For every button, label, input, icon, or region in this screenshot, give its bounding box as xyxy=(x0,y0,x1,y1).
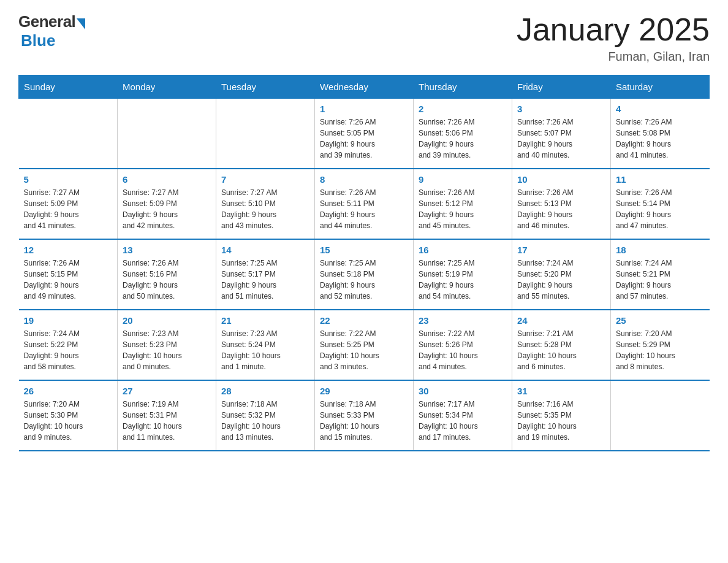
day-number: 28 xyxy=(221,386,309,396)
day-number: 16 xyxy=(419,245,507,255)
day-number: 4 xyxy=(616,104,705,114)
day-info: Sunrise: 7:25 AM Sunset: 5:17 PM Dayligh… xyxy=(221,258,309,302)
day-info: Sunrise: 7:26 AM Sunset: 5:06 PM Dayligh… xyxy=(419,117,507,161)
calendar-cell: 31Sunrise: 7:16 AM Sunset: 5:35 PM Dayli… xyxy=(512,380,611,451)
day-info: Sunrise: 7:26 AM Sunset: 5:13 PM Dayligh… xyxy=(517,187,605,231)
day-info: Sunrise: 7:23 AM Sunset: 5:24 PM Dayligh… xyxy=(221,328,309,372)
calendar-cell: 13Sunrise: 7:26 AM Sunset: 5:16 PM Dayli… xyxy=(118,239,216,310)
header-day-tuesday: Tuesday xyxy=(216,75,315,99)
calendar-cell xyxy=(611,380,710,451)
calendar-cell: 29Sunrise: 7:18 AM Sunset: 5:33 PM Dayli… xyxy=(315,380,414,451)
title-block: January 2025 Fuman, Gilan, Iran xyxy=(517,12,710,64)
day-number: 22 xyxy=(320,315,408,326)
day-number: 9 xyxy=(419,174,507,185)
day-number: 27 xyxy=(123,386,211,396)
day-number: 8 xyxy=(320,174,408,185)
day-number: 30 xyxy=(419,386,507,396)
calendar-cell xyxy=(216,99,315,169)
day-info: Sunrise: 7:25 AM Sunset: 5:18 PM Dayligh… xyxy=(320,258,408,302)
calendar-cell: 3Sunrise: 7:26 AM Sunset: 5:07 PM Daylig… xyxy=(512,99,611,169)
calendar-cell: 24Sunrise: 7:21 AM Sunset: 5:28 PM Dayli… xyxy=(512,310,611,380)
day-info: Sunrise: 7:18 AM Sunset: 5:32 PM Dayligh… xyxy=(221,399,309,443)
logo-blue-text: Blue xyxy=(18,31,55,50)
calendar-cell: 25Sunrise: 7:20 AM Sunset: 5:29 PM Dayli… xyxy=(611,310,710,380)
day-number: 21 xyxy=(221,315,309,326)
day-number: 2 xyxy=(419,104,507,114)
day-number: 26 xyxy=(24,386,113,396)
page-header: General Blue January 2025 Fuman, Gilan, … xyxy=(18,12,710,64)
day-number: 13 xyxy=(123,245,211,255)
day-number: 20 xyxy=(123,315,211,326)
week-row-3: 19Sunrise: 7:24 AM Sunset: 5:22 PM Dayli… xyxy=(19,310,710,380)
day-info: Sunrise: 7:17 AM Sunset: 5:34 PM Dayligh… xyxy=(419,399,507,443)
day-info: Sunrise: 7:23 AM Sunset: 5:23 PM Dayligh… xyxy=(123,328,211,372)
calendar-cell: 1Sunrise: 7:26 AM Sunset: 5:05 PM Daylig… xyxy=(315,99,414,169)
calendar-cell: 10Sunrise: 7:26 AM Sunset: 5:13 PM Dayli… xyxy=(512,169,611,239)
calendar-cell: 11Sunrise: 7:26 AM Sunset: 5:14 PM Dayli… xyxy=(611,169,710,239)
calendar-cell: 6Sunrise: 7:27 AM Sunset: 5:09 PM Daylig… xyxy=(118,169,216,239)
calendar-cell: 27Sunrise: 7:19 AM Sunset: 5:31 PM Dayli… xyxy=(118,380,216,451)
header-day-wednesday: Wednesday xyxy=(315,75,414,99)
calendar-cell: 20Sunrise: 7:23 AM Sunset: 5:23 PM Dayli… xyxy=(118,310,216,380)
week-row-2: 12Sunrise: 7:26 AM Sunset: 5:15 PM Dayli… xyxy=(19,239,710,310)
day-number: 6 xyxy=(123,174,211,185)
day-info: Sunrise: 7:19 AM Sunset: 5:31 PM Dayligh… xyxy=(123,399,211,443)
day-number: 7 xyxy=(221,174,309,185)
logo-general-text: General xyxy=(18,12,75,31)
day-info: Sunrise: 7:26 AM Sunset: 5:14 PM Dayligh… xyxy=(616,187,705,231)
header-day-sunday: Sunday xyxy=(19,75,118,99)
day-number: 11 xyxy=(616,174,705,185)
calendar-cell: 9Sunrise: 7:26 AM Sunset: 5:12 PM Daylig… xyxy=(414,169,512,239)
calendar-cell: 16Sunrise: 7:25 AM Sunset: 5:19 PM Dayli… xyxy=(414,239,512,310)
day-number: 24 xyxy=(517,315,605,326)
day-info: Sunrise: 7:24 AM Sunset: 5:22 PM Dayligh… xyxy=(24,328,113,372)
day-info: Sunrise: 7:26 AM Sunset: 5:05 PM Dayligh… xyxy=(320,117,408,161)
calendar-cell: 8Sunrise: 7:26 AM Sunset: 5:11 PM Daylig… xyxy=(315,169,414,239)
day-info: Sunrise: 7:27 AM Sunset: 5:10 PM Dayligh… xyxy=(221,187,309,231)
calendar-cell: 23Sunrise: 7:22 AM Sunset: 5:26 PM Dayli… xyxy=(414,310,512,380)
calendar-cell: 4Sunrise: 7:26 AM Sunset: 5:08 PM Daylig… xyxy=(611,99,710,169)
day-info: Sunrise: 7:25 AM Sunset: 5:19 PM Dayligh… xyxy=(419,258,507,302)
day-info: Sunrise: 7:26 AM Sunset: 5:08 PM Dayligh… xyxy=(616,117,705,161)
calendar-table: SundayMondayTuesdayWednesdayThursdayFrid… xyxy=(18,75,710,451)
day-number: 12 xyxy=(24,245,113,255)
day-info: Sunrise: 7:24 AM Sunset: 5:20 PM Dayligh… xyxy=(517,258,605,302)
day-info: Sunrise: 7:26 AM Sunset: 5:16 PM Dayligh… xyxy=(123,258,211,302)
day-number: 15 xyxy=(320,245,408,255)
calendar-cell: 26Sunrise: 7:20 AM Sunset: 5:30 PM Dayli… xyxy=(19,380,118,451)
day-number: 23 xyxy=(419,315,507,326)
header-day-friday: Friday xyxy=(512,75,611,99)
calendar-title: January 2025 xyxy=(517,12,710,47)
header-day-saturday: Saturday xyxy=(611,75,710,99)
day-number: 10 xyxy=(517,174,605,185)
day-number: 31 xyxy=(517,386,605,396)
calendar-cell: 30Sunrise: 7:17 AM Sunset: 5:34 PM Dayli… xyxy=(414,380,512,451)
day-number: 5 xyxy=(24,174,113,185)
day-info: Sunrise: 7:20 AM Sunset: 5:30 PM Dayligh… xyxy=(24,399,113,443)
day-number: 19 xyxy=(24,315,113,326)
day-number: 3 xyxy=(517,104,605,114)
calendar-subtitle: Fuman, Gilan, Iran xyxy=(517,50,710,64)
day-info: Sunrise: 7:26 AM Sunset: 5:11 PM Dayligh… xyxy=(320,187,408,231)
day-info: Sunrise: 7:20 AM Sunset: 5:29 PM Dayligh… xyxy=(616,328,705,372)
day-number: 18 xyxy=(616,245,705,255)
header-row: SundayMondayTuesdayWednesdayThursdayFrid… xyxy=(19,75,710,99)
header-day-thursday: Thursday xyxy=(414,75,512,99)
day-number: 29 xyxy=(320,386,408,396)
calendar-cell: 2Sunrise: 7:26 AM Sunset: 5:06 PM Daylig… xyxy=(414,99,512,169)
day-info: Sunrise: 7:27 AM Sunset: 5:09 PM Dayligh… xyxy=(24,187,113,231)
calendar-cell: 18Sunrise: 7:24 AM Sunset: 5:21 PM Dayli… xyxy=(611,239,710,310)
day-number: 1 xyxy=(320,104,408,114)
day-info: Sunrise: 7:26 AM Sunset: 5:07 PM Dayligh… xyxy=(517,117,605,161)
calendar-cell: 28Sunrise: 7:18 AM Sunset: 5:32 PM Dayli… xyxy=(216,380,315,451)
calendar-cell: 22Sunrise: 7:22 AM Sunset: 5:25 PM Dayli… xyxy=(315,310,414,380)
calendar-cell: 19Sunrise: 7:24 AM Sunset: 5:22 PM Dayli… xyxy=(19,310,118,380)
day-number: 25 xyxy=(616,315,705,326)
calendar-cell: 15Sunrise: 7:25 AM Sunset: 5:18 PM Dayli… xyxy=(315,239,414,310)
day-info: Sunrise: 7:24 AM Sunset: 5:21 PM Dayligh… xyxy=(616,258,705,302)
logo: General Blue xyxy=(18,12,85,50)
week-row-1: 5Sunrise: 7:27 AM Sunset: 5:09 PM Daylig… xyxy=(19,169,710,239)
calendar-cell: 12Sunrise: 7:26 AM Sunset: 5:15 PM Dayli… xyxy=(19,239,118,310)
calendar-cell: 17Sunrise: 7:24 AM Sunset: 5:20 PM Dayli… xyxy=(512,239,611,310)
calendar-cell: 5Sunrise: 7:27 AM Sunset: 5:09 PM Daylig… xyxy=(19,169,118,239)
